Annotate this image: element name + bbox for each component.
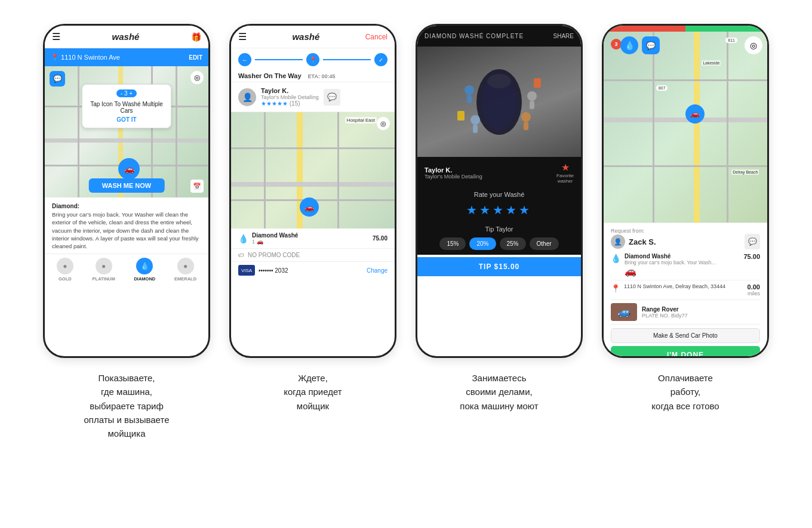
request-from-label: Request from:: [611, 228, 760, 234]
tier-emerald[interactable]: ● EMERALD: [174, 258, 196, 282]
location-pin-icon: 📍 1110 N Swinton Ave: [51, 54, 120, 61]
progress-line-2: [323, 59, 371, 60]
share-button[interactable]: SHARE: [553, 33, 574, 39]
requester-name: Zack S.: [629, 237, 656, 246]
svg-rect-6: [530, 101, 534, 109]
phone4-car-pin: 🚗: [685, 104, 705, 123]
tier-gold-icon: ●: [57, 258, 73, 274]
favorite-washer[interactable]: ★ Favorite washer: [556, 162, 574, 184]
phone1-location-bar[interactable]: 📍 1110 N Swinton Ave EDIT: [45, 48, 208, 66]
phone3-rating: Rate your Washé ★★★★★: [417, 187, 581, 222]
message-icon-4[interactable]: 💬: [642, 36, 660, 54]
washer-details: Taylor K. Taylor's Mobile Detailing ★★★★…: [261, 87, 319, 107]
location-address: 1110 N Swinton Ave, Delray Beach, 33444: [624, 283, 744, 289]
tier-diamond-label: DIAMOND: [134, 276, 155, 282]
water-drop-icon[interactable]: 💧: [620, 36, 638, 54]
promo-label: NO PROMO CODE: [248, 252, 300, 258]
phone-1-wrapper: ☰ washé 🎁 📍 1110 N Swinton Ave EDIT: [40, 24, 213, 440]
menu-icon-2[interactable]: ☰: [238, 31, 247, 42]
car-row: 🚙 Range Rover PLATE NO. Bidy77: [611, 303, 760, 325]
card-number: ••••••• 2032: [259, 267, 288, 274]
payment-card: VISA ••••••• 2032: [238, 265, 288, 276]
phone2-washer-info: 👤 Taylor K. Taylor's Mobile Detailing ★★…: [231, 82, 395, 112]
caption-2: Ждете,когда приедетмойщик: [284, 371, 342, 413]
washer-info-block: Taylor K. Taylor's Mobile Detailing: [425, 166, 482, 180]
rate-title: Rate your Washé: [425, 191, 574, 198]
service-car-icon: 🚗: [625, 266, 636, 276]
favorite-label: Favorite: [556, 173, 574, 178]
im-done-button[interactable]: I'M DONE: [611, 346, 760, 358]
car-counter[interactable]: - 3 +: [116, 89, 137, 97]
phone-3: DIAMOND WASHÉ COMPLETE SHARE: [416, 24, 583, 358]
phone1-header: ☰ washé 🎁: [45, 26, 208, 48]
calendar-icon[interactable]: 📅: [190, 180, 204, 193]
phone1-description: Diamond: Bring your car's mojo back. You…: [45, 197, 208, 254]
phone-4-wrapper: Lakeside Delray Beach 3 💧 💬 ◎ 🚗 811 807 …: [599, 24, 772, 413]
svg-point-2: [487, 74, 511, 88]
tier-diamond[interactable]: 💧 DIAMOND: [134, 258, 155, 282]
phone1-tiers: ● GOLD ● PLATINUM 💧 DIAMOND ● EMERALD: [45, 254, 208, 284]
requester-left: 👤 Zack S.: [611, 234, 656, 249]
panel-message-button[interactable]: 💬: [745, 234, 760, 249]
card-icon: VISA: [238, 265, 255, 276]
got-it-button[interactable]: GOT IT: [88, 116, 165, 123]
svg-point-5: [527, 91, 537, 101]
change-payment-button[interactable]: Change: [367, 267, 387, 274]
map-label-delray: Delray Beach: [731, 169, 759, 175]
map-label-lakeside: Lakeside: [702, 60, 721, 66]
phone2-promo[interactable]: 🏷 NO PROMO CODE: [231, 249, 395, 262]
phone4-top-bar: [604, 26, 767, 32]
phone2-logo: washé: [292, 32, 319, 42]
order-left: 💧 Diamond Washé 1 🚗: [238, 232, 298, 245]
phone-1: ☰ washé 🎁 📍 1110 N Swinton Ave EDIT: [43, 24, 210, 358]
tip-15-button[interactable]: 15%: [439, 237, 466, 250]
tier-emerald-icon: ●: [177, 258, 194, 274]
tip-20-button[interactable]: 20%: [469, 237, 496, 250]
phone1-tooltip: - 3 + Tap Icon To Washé Multiple Cars GO…: [82, 84, 171, 128]
order-service-name: Diamond Washé: [252, 232, 298, 239]
edit-button[interactable]: EDIT: [189, 54, 202, 61]
phone1-map: - 3 + Tap Icon To Washé Multiple Cars GO…: [45, 66, 208, 197]
tier-diamond-icon: 💧: [136, 258, 153, 274]
car-thumbnail: 🚙: [611, 303, 637, 321]
location-pin-icon-4: 📍: [611, 284, 620, 293]
service-price: 75.00: [743, 253, 760, 260]
gift-icon[interactable]: 🎁: [191, 32, 201, 42]
message-icon[interactable]: 💬: [50, 71, 65, 87]
cancel-button[interactable]: Cancel: [365, 33, 387, 41]
progress-line-1: [255, 59, 303, 60]
washer-rating: (15): [290, 100, 300, 107]
wash-me-now-button[interactable]: WASH ME NOW: [89, 178, 165, 193]
washer-sub-label: washer: [558, 178, 573, 184]
phone-2: ☰ washé Cancel ← 📍 ✓ Washer On The Way E…: [229, 24, 396, 358]
phone2-progress: ← 📍 ✓: [231, 48, 395, 70]
step-check: ✓: [374, 53, 387, 66]
washer-message-button[interactable]: 💬: [324, 89, 340, 106]
car-info: Range Rover PLATE NO. Bidy77: [642, 306, 687, 319]
miles-label: miles: [748, 291, 760, 297]
svg-point-9: [521, 112, 531, 122]
phone1-logo: washé: [112, 32, 140, 42]
tier-platinum[interactable]: ● PLATINUM: [93, 258, 115, 282]
rate-stars[interactable]: ★★★★★: [425, 203, 574, 217]
phone2-payment: VISA ••••••• 2032 Change: [231, 262, 395, 279]
road-badge-811: 811: [725, 38, 737, 43]
tip-other-button[interactable]: Other: [530, 237, 559, 250]
tip-confirm-button[interactable]: TIP $15.00: [417, 257, 581, 276]
order-row: 💧 Diamond Washé 1 🚗 75.00: [238, 232, 387, 245]
svg-rect-4: [467, 95, 472, 103]
order-service-info: Diamond Washé 1 🚗: [252, 232, 298, 245]
distance-miles: 0.00: [748, 283, 760, 291]
tier-gold[interactable]: ● GOLD: [57, 258, 73, 282]
road-badge-807: 807: [656, 85, 668, 91]
washer-on-way-label: Washer On The Way ETA: 00:45: [231, 70, 395, 82]
distance-display: 0.00 miles: [748, 283, 760, 297]
phone2-order: 💧 Diamond Washé 1 🚗 75.00: [231, 229, 395, 249]
washer-avatar: 👤: [238, 88, 256, 106]
requester-row: 👤 Zack S. 💬: [611, 234, 760, 249]
make-send-photo-button[interactable]: Make & Send Car Photo: [611, 328, 760, 343]
menu-icon[interactable]: ☰: [52, 31, 60, 42]
svg-rect-11: [457, 111, 465, 121]
svg-point-7: [470, 115, 480, 125]
tip-25-button[interactable]: 25%: [500, 237, 526, 250]
